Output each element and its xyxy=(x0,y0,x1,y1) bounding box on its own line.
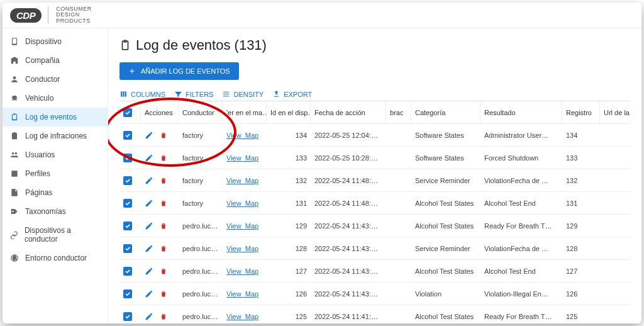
delete-icon[interactable] xyxy=(160,176,167,185)
col-id-disp[interactable]: Id en el disp… xyxy=(267,101,311,123)
cell-conductor: pedro.luca… xyxy=(179,245,223,252)
cell-conductor: pedro.luca… xyxy=(179,222,223,230)
delete-icon[interactable] xyxy=(160,199,167,208)
filters-button[interactable]: FILTERS xyxy=(174,90,213,98)
cell-conductor: pedro.luca… xyxy=(179,290,223,298)
delete-icon[interactable] xyxy=(160,289,167,298)
delete-icon[interactable] xyxy=(160,244,167,253)
cell-map: View_Map xyxy=(223,267,267,275)
sidebar-item-label: Log de eventos xyxy=(25,113,77,121)
view-map-link[interactable]: View_Map xyxy=(226,245,258,252)
edit-icon[interactable] xyxy=(145,267,153,276)
sidebar-item-vehiculo[interactable]: Vehiculo xyxy=(3,89,108,108)
globe-icon xyxy=(10,254,19,262)
cell-map: View_Map xyxy=(223,245,267,252)
row-checkbox[interactable] xyxy=(119,131,141,140)
cell-categoria: Alcohol Test States xyxy=(411,222,480,230)
delete-icon[interactable] xyxy=(160,222,167,230)
col-resultado[interactable]: Resultado xyxy=(480,101,562,123)
sidebar-item-usuarios[interactable]: Usuarios xyxy=(3,145,108,164)
edit-icon[interactable] xyxy=(145,312,153,321)
clipboard-alert-icon xyxy=(10,132,19,140)
cell-registro: 132 xyxy=(562,177,600,184)
logo-text: CONSUMER DESIGN PRODUCTS xyxy=(56,6,92,24)
sidebar-item-entorno-conductor[interactable]: Entorno conductor xyxy=(3,249,108,267)
delete-icon[interactable] xyxy=(160,154,167,162)
table-row: pedro.luca…View_Map1282022-05-24 11:43:…… xyxy=(119,237,630,260)
edit-icon[interactable] xyxy=(145,222,153,230)
sidebar-item-label: Entorno conductor xyxy=(25,254,87,262)
sidebar-item-dispositivo[interactable]: Dispositivo xyxy=(3,32,108,51)
header-checkbox-cell[interactable] xyxy=(119,101,141,123)
view-map-link[interactable]: View_Map xyxy=(226,132,258,139)
sidebar-item-log-de-eventos[interactable]: Log de eventos xyxy=(3,108,108,126)
row-checkbox[interactable] xyxy=(119,267,141,276)
row-checkbox[interactable] xyxy=(119,244,141,253)
row-checkbox[interactable] xyxy=(119,199,141,208)
cell-map: View_Map xyxy=(223,290,267,298)
view-map-link[interactable]: View_Map xyxy=(226,222,258,230)
sidebar-item-taxonomías[interactable]: Taxonomías xyxy=(3,202,108,221)
columns-button[interactable]: COLUMNS xyxy=(119,90,165,98)
row-checkbox[interactable] xyxy=(119,154,141,162)
pages-icon xyxy=(10,188,19,197)
col-registro[interactable]: Registro xyxy=(562,101,600,123)
plus-icon xyxy=(128,67,136,75)
sidebar-item-conductor[interactable]: Conductor xyxy=(3,70,108,89)
col-brac[interactable]: brac xyxy=(386,101,411,123)
main-panel: Log de eventos (131) AÑADIR LOG DE EVENT… xyxy=(108,28,641,323)
sidebar-item-label: Usuarios xyxy=(25,150,55,159)
add-event-log-button[interactable]: AÑADIR LOG DE EVENTOS xyxy=(119,62,239,80)
sidebar-item-label: Conductor xyxy=(25,75,60,84)
density-button[interactable]: DENSITY xyxy=(222,90,264,98)
view-map-link[interactable]: View_Map xyxy=(226,267,258,275)
edit-icon[interactable] xyxy=(145,199,153,208)
cell-map: View_Map xyxy=(223,177,267,184)
sidebar-item-dispositivos-a-conductor[interactable]: Dispositivos a conductor xyxy=(3,221,108,249)
device-icon xyxy=(10,37,19,46)
cell-fecha-accion: 2022-05-24 11:43:… xyxy=(311,245,386,252)
cell-conductor: factory xyxy=(179,154,223,162)
row-checkbox[interactable] xyxy=(119,176,141,185)
cell-fecha-accion: 2022-05-24 11:48:… xyxy=(311,177,386,184)
row-checkbox[interactable] xyxy=(119,312,141,321)
col-url-foto[interactable]: Url de la foto xyxy=(600,101,630,123)
cell-fecha-accion: 2022-05-24 11:41:… xyxy=(311,313,386,320)
col-fecha-accion[interactable]: Fecha de acción xyxy=(311,101,386,123)
checkbox-icon xyxy=(123,131,132,140)
sidebar-item-compañia[interactable]: Compañia xyxy=(3,51,108,70)
cell-resultado: Ready For Breath T… xyxy=(480,222,562,230)
delete-icon[interactable] xyxy=(160,267,167,276)
row-checkbox[interactable] xyxy=(119,222,141,230)
view-map-link[interactable]: View_Map xyxy=(226,290,258,298)
profile-icon xyxy=(10,169,19,178)
density-icon xyxy=(222,90,230,98)
edit-icon[interactable] xyxy=(145,244,153,253)
delete-icon[interactable] xyxy=(160,312,167,321)
edit-icon[interactable] xyxy=(145,154,153,162)
sidebar-item-perfiles[interactable]: Perfiles xyxy=(3,164,108,183)
row-checkbox[interactable] xyxy=(119,289,141,298)
view-map-link[interactable]: View_Map xyxy=(226,313,258,320)
edit-icon[interactable] xyxy=(145,176,153,185)
col-categoria[interactable]: Categoría xyxy=(411,101,480,123)
export-button[interactable]: EXPORT xyxy=(272,90,312,98)
col-acciones[interactable]: Acciones xyxy=(141,101,179,123)
sidebar-item-log-de-infraciones[interactable]: Log de infraciones xyxy=(3,126,108,145)
view-map-link[interactable]: View_Map xyxy=(226,200,258,207)
view-map-link[interactable]: View_Map xyxy=(226,177,258,184)
cell-fecha-accion: 2022-05-25 10:28:… xyxy=(311,154,386,162)
edit-icon[interactable] xyxy=(145,289,153,298)
sidebar-item-páginas[interactable]: Páginas xyxy=(3,183,108,202)
cell-registro: 129 xyxy=(562,222,600,230)
view-map-link[interactable]: View_Map xyxy=(226,154,258,162)
logo-badge: CDP xyxy=(10,8,42,23)
delete-icon[interactable] xyxy=(160,131,167,140)
col-map[interactable]: 'er en el ma… xyxy=(223,101,267,123)
cell-conductor: pedro.luca… xyxy=(179,267,223,275)
edit-icon[interactable] xyxy=(145,131,153,140)
row-actions xyxy=(141,244,179,253)
col-conductor[interactable]: Conductor xyxy=(179,101,223,123)
cell-resultado: ViolationFecha de … xyxy=(480,245,562,252)
sidebar-item-label: Páginas xyxy=(25,188,52,197)
